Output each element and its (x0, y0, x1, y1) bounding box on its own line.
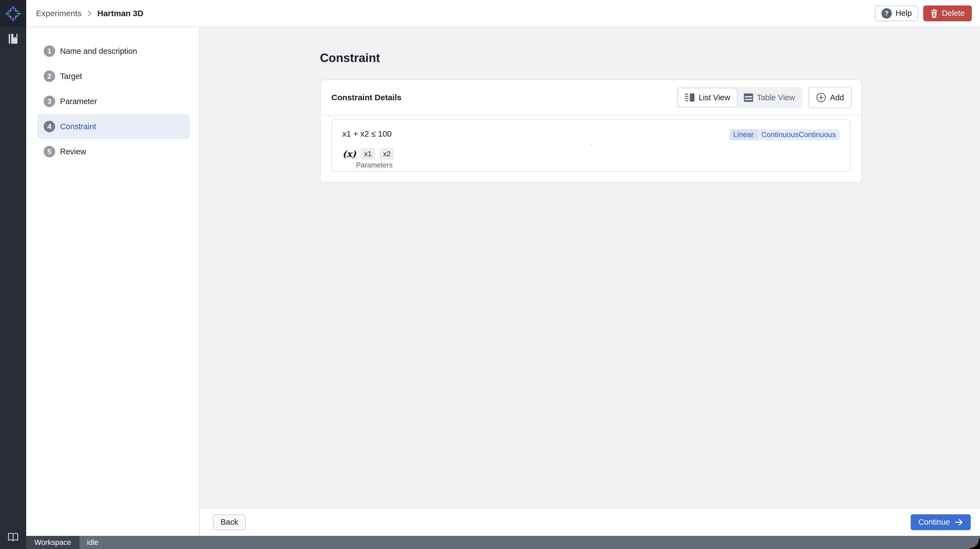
parameters-caption: Parameters (356, 161, 840, 169)
card-controls: List View Table View (677, 87, 852, 108)
step-constraint[interactable]: 4 Constraint (37, 114, 190, 139)
step-review[interactable]: 5 Review (37, 139, 190, 164)
wizard-stepper: 1 Name and description 2 Target 3 Parame… (26, 27, 200, 536)
sidebar-item-library[interactable] (0, 34, 26, 44)
constraint-subtype-badge: ContinuousContinuous (757, 129, 840, 140)
trash-icon (930, 9, 938, 18)
help-button-label: Help (896, 9, 912, 18)
constraint-type-badge: Linear (729, 129, 757, 140)
constraint-item-header: x1 + x2 ≤ 100 Linear ContinuousContinuou… (342, 129, 840, 140)
list-view-label: List View (698, 93, 730, 102)
arrow-right-icon (955, 519, 963, 526)
constraint-badges: Linear ContinuousContinuous (729, 129, 840, 140)
drag-dot (591, 144, 593, 145)
step-label: Review (60, 147, 86, 156)
parameter-chip-x2: x2 (379, 148, 394, 160)
topbar-actions: ? Help Delete (875, 5, 972, 21)
screen-corner-decoration (970, 539, 980, 549)
workspace-segment[interactable]: Workspace (26, 536, 80, 549)
status-bar: Workspace idle (26, 536, 980, 549)
step-number-badge: 2 (44, 70, 55, 82)
table-view-icon (744, 93, 753, 102)
continue-button[interactable]: Continue (911, 514, 971, 530)
table-view-label: Table View (757, 93, 795, 102)
step-parameter[interactable]: 3 Parameter (37, 89, 190, 114)
step-label: Parameter (60, 97, 97, 106)
card-header: Constraint Details L (320, 80, 862, 115)
view-toggle-group: List View Table View (677, 87, 803, 108)
back-button[interactable]: Back (213, 514, 246, 530)
app-logo-circuit-icon (5, 5, 22, 22)
open-book-icon (7, 532, 19, 543)
topbar: Experiments Hartman 3D ? Help Delete (26, 0, 980, 27)
constraint-details-card: Constraint Details L (320, 80, 862, 183)
delete-button-label: Delete (942, 9, 965, 18)
step-number-badge: 4 (44, 121, 55, 132)
step-label: Constraint (60, 122, 96, 131)
status-state: idle (87, 538, 99, 547)
workspace-label: Workspace (34, 538, 71, 547)
back-button-label: Back (221, 517, 238, 527)
parameter-chip-x1: x1 (361, 148, 375, 160)
card-body: x1 + x2 ≤ 100 Linear ContinuousContinuou… (320, 115, 862, 183)
main-content: Constraint Constraint Details (200, 27, 980, 508)
sidebar-item-docs[interactable] (0, 532, 26, 543)
step-name-and-description[interactable]: 1 Name and description (37, 38, 190, 64)
breadcrumb-experiments[interactable]: Experiments (36, 9, 82, 18)
add-constraint-button[interactable]: Add (808, 87, 852, 108)
question-circle-icon: ? (881, 8, 892, 19)
constraint-list-item[interactable]: x1 + x2 ≤ 100 Linear ContinuousContinuou… (331, 120, 851, 172)
breadcrumb-current: Hartman 3D (97, 9, 143, 18)
step-target[interactable]: 2 Target (37, 64, 190, 89)
card-title: Constraint Details (331, 93, 402, 102)
add-button-label: Add (830, 93, 844, 102)
table-view-toggle[interactable]: Table View (737, 88, 802, 107)
step-number-badge: 5 (44, 146, 55, 157)
step-number-badge: 1 (44, 45, 55, 57)
list-view-toggle[interactable]: List View (678, 88, 737, 107)
delete-button[interactable]: Delete (923, 5, 972, 21)
chevron-right-icon (87, 10, 92, 17)
app-logo[interactable] (0, 0, 26, 27)
list-view-icon (685, 93, 695, 102)
continue-button-label: Continue (918, 517, 950, 527)
step-label: Name and description (60, 47, 137, 56)
constraint-expression: x1 + x2 ≤ 100 (342, 129, 392, 139)
constraint-parameters-row: (x) x1 x2 (342, 148, 840, 160)
add-circle-icon (816, 93, 826, 102)
breadcrumb: Experiments Hartman 3D (36, 9, 143, 18)
step-number-badge: 3 (44, 96, 55, 107)
page-title: Constraint (320, 51, 380, 65)
help-button[interactable]: ? Help (875, 5, 919, 21)
app-rail (0, 0, 26, 549)
library-bookmark-icon (8, 34, 18, 44)
function-fx-icon: (x) (342, 148, 356, 159)
step-label: Target (60, 72, 82, 81)
wizard-footer: Back Continue (200, 508, 980, 536)
